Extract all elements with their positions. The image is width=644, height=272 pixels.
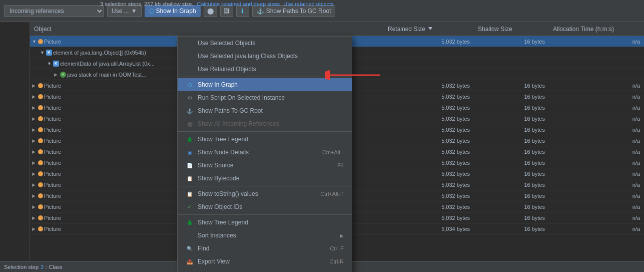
menu-item-show-tree-legend[interactable]: 🌲 Show Tree Legend xyxy=(178,133,352,146)
tree-arrow[interactable]: ▶ xyxy=(32,215,37,220)
tree-legend2-icon: 🌲 xyxy=(186,218,194,226)
show-graph-label: Show In Graph xyxy=(156,8,196,15)
tree-arrow[interactable]: ▼ xyxy=(40,50,45,55)
retained-value xyxy=(384,52,474,54)
tree-arrow[interactable]: ▶ xyxy=(32,94,37,99)
row-name: Picture xyxy=(44,171,61,177)
orange-icon xyxy=(38,171,43,176)
use-retained-link[interactable]: Use retained objects xyxy=(283,1,333,7)
menu-item-show-object-ids[interactable]: ✓ Show Object IDs xyxy=(178,200,352,213)
retained-value: 5,032 bytes xyxy=(384,148,474,156)
tree-arrow[interactable]: ▶ xyxy=(54,72,59,77)
menu-item-find[interactable]: 🔍 Find Ctrl-F xyxy=(178,242,352,255)
table-header: Object Retained Size Shallow Size Alloca… xyxy=(30,22,644,36)
k-icon: K xyxy=(53,61,59,67)
menu-item-run-script[interactable]: ⚙ Run Script On Selected Instance xyxy=(178,91,352,104)
selection-step-link[interactable]: 3 xyxy=(41,264,44,270)
menu-label: Sort Instances xyxy=(198,232,236,239)
tree-arrow[interactable]: ▶ xyxy=(32,138,37,143)
menu-item-use-retained[interactable]: Use Retained Objects xyxy=(178,63,352,76)
circle-icon: ⬤ xyxy=(207,8,214,15)
menu-item-show-tostring[interactable]: 📋 Show toString() values Ctrl+Alt-T xyxy=(178,187,352,200)
row-name: Picture xyxy=(44,94,61,100)
node-details-icon: ▣ xyxy=(186,148,194,156)
tree-arrow[interactable]: ▶ xyxy=(32,204,37,209)
orange-icon xyxy=(38,160,43,165)
use-selected-java-icon xyxy=(186,52,194,60)
shallow-value: 16 bytes xyxy=(474,93,549,101)
orange-icon xyxy=(38,105,43,110)
chevron-down-icon: ▼ xyxy=(131,8,137,15)
menu-item-show-source[interactable]: 📄 Show Source F4 xyxy=(178,159,352,172)
tree-arrow[interactable]: ▶ xyxy=(32,182,37,187)
menu-item-sort-instances[interactable]: Sort Instances ▶ xyxy=(178,229,352,242)
menu-item-show-node-details[interactable]: ▣ Show Node Details Ctrl+Alt-I xyxy=(178,146,352,159)
info-icon: ℹ xyxy=(241,8,244,15)
menu-item-show-paths[interactable]: ⚓ Show Paths To GC Root xyxy=(178,104,352,117)
menu-label: Use Selected Objects xyxy=(198,40,255,47)
menu-item-show-in-graph[interactable]: ⬡ Show In Graph xyxy=(178,78,352,91)
alloc-value xyxy=(549,74,644,76)
info-text: 3 selection steps, 267 kb shallow size, … xyxy=(100,1,334,7)
orange-icon xyxy=(38,127,43,132)
retained-value: 5,032 bytes xyxy=(384,203,474,211)
retained-value: 5,032 bytes xyxy=(384,115,474,123)
shallow-value: 16 bytes xyxy=(474,170,549,178)
tree-arrow[interactable]: ▼ xyxy=(32,39,37,44)
retained-value: 5,032 bytes xyxy=(384,192,474,200)
tree-arrow[interactable]: ▶ xyxy=(32,160,37,165)
alloc-value: n/a xyxy=(549,115,644,123)
shallow-value: 16 bytes xyxy=(474,137,549,145)
shortcut-source: F4 xyxy=(337,162,344,168)
menu-item-view-settings[interactable]: ⚙ View Settings Ctrl-T xyxy=(178,268,352,272)
menu-label: Show toString() values xyxy=(198,190,258,197)
tree-arrow[interactable]: ▶ xyxy=(32,83,37,88)
incoming-references-dropdown[interactable]: Incoming references xyxy=(4,5,104,17)
alloc-value: n/a xyxy=(549,192,644,200)
calc-retained-link[interactable]: Calculate retained and deep sizes xyxy=(197,1,280,7)
col-alloc-header[interactable]: Allocation Time (h:m:s) xyxy=(549,24,644,35)
orange-icon xyxy=(38,116,43,121)
tree-arrow[interactable]: ▶ xyxy=(32,149,37,154)
row-name: Picture xyxy=(44,182,61,188)
orange-icon xyxy=(38,226,43,231)
menu-label: Use Retained Objects xyxy=(198,66,256,73)
retained-value: 5,032 bytes xyxy=(384,181,474,189)
row-name: Picture xyxy=(44,116,61,122)
row-name: elementData of java.util.ArrayList (0x..… xyxy=(60,61,155,67)
menu-item-show-tree-legend2[interactable]: 🌲 Show Tree Legend xyxy=(178,216,352,229)
menu-item-export-view[interactable]: 📤 Export View Ctrl-R xyxy=(178,255,352,268)
orange-icon xyxy=(38,149,43,154)
tree-arrow[interactable]: ▶ xyxy=(32,105,37,110)
shallow-value: 16 bytes xyxy=(474,192,549,200)
col-object-header[interactable]: Object xyxy=(30,24,384,35)
menu-label: Use Selected java.lang.Class Objects xyxy=(198,53,298,60)
separator-2 xyxy=(178,131,352,132)
anchor-icon: ⚓ xyxy=(257,8,264,15)
selection-step-text: : Class xyxy=(46,264,63,270)
tree-arrow[interactable]: ▶ xyxy=(32,127,37,132)
menu-item-use-selected-java[interactable]: Use Selected java.lang.Class Objects xyxy=(178,50,352,63)
col-retained-header[interactable]: Retained Size xyxy=(384,24,474,35)
alloc-value: n/a xyxy=(549,214,644,222)
menu-label: Show Paths To GC Root xyxy=(198,107,263,114)
tree-arrow[interactable]: ▶ xyxy=(32,171,37,176)
tree-arrow[interactable]: ▶ xyxy=(32,193,37,198)
use-selected-icon xyxy=(186,39,194,47)
menu-label: Find xyxy=(198,245,209,252)
alloc-value xyxy=(549,52,644,54)
menu-item-use-selected[interactable]: Use Selected Objects xyxy=(178,37,352,50)
incoming-icon: ⬤ xyxy=(186,120,194,128)
tree-arrow[interactable]: ▶ xyxy=(32,116,37,121)
menu-item-show-bytecode[interactable]: 📋 Show Bytecode xyxy=(178,172,352,185)
retained-value xyxy=(384,74,474,76)
separator-4 xyxy=(178,214,352,215)
shortcut-export: Ctrl-R xyxy=(329,258,344,264)
retained-value: 5,032 bytes xyxy=(384,104,474,112)
tree-arrow[interactable]: ▼ xyxy=(47,61,52,66)
alloc-value: n/a xyxy=(549,203,644,211)
top-bar: 3 selection steps, 267 kb shallow size, … xyxy=(0,0,644,22)
tree-arrow[interactable]: ▶ xyxy=(32,226,37,231)
col-shallow-header[interactable]: Shallow Size xyxy=(474,24,549,35)
info-label: 3 selection steps, 267 kb shallow size, xyxy=(100,1,194,7)
